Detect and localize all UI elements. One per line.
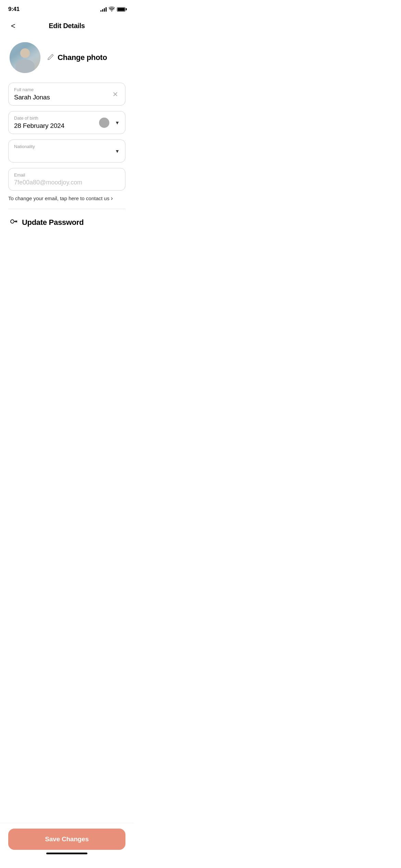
status-icons: [100, 7, 125, 12]
back-button[interactable]: <: [8, 20, 18, 32]
key-icon: [10, 217, 18, 228]
avatar: [10, 42, 40, 73]
nationality-value: [14, 150, 120, 158]
dob-toggle[interactable]: [99, 118, 109, 128]
dob-label: Date of birth: [14, 116, 64, 121]
email-change-link[interactable]: To change your email, tap here to contac…: [0, 191, 134, 202]
nationality-field[interactable]: Nationality ▼: [8, 140, 125, 162]
avatar-section: Change photo: [0, 35, 134, 83]
change-photo-button[interactable]: Change photo: [47, 53, 107, 62]
status-time: 9:41: [8, 6, 20, 13]
battery-icon: [117, 7, 125, 12]
dob-value: 28 February 2024: [14, 122, 64, 130]
status-bar: 9:41: [0, 0, 134, 16]
pencil-icon: [47, 53, 54, 62]
change-photo-label: Change photo: [58, 53, 107, 62]
dob-field[interactable]: Date of birth 28 February 2024 ▼: [8, 111, 125, 134]
update-password-button[interactable]: Update Password: [0, 209, 93, 236]
email-label: Email: [14, 172, 120, 178]
fullname-value: Sarah Jonas: [14, 94, 120, 101]
nationality-label: Nationality: [14, 144, 120, 149]
svg-point-0: [11, 220, 14, 223]
signal-icon: [100, 7, 107, 12]
wifi-icon: [109, 7, 115, 12]
form-section: Full name Sarah Jonas ✕ Date of birth 28…: [0, 83, 134, 191]
dob-dropdown-button[interactable]: ▼: [115, 120, 120, 125]
email-value: 7fe00a80@moodjoy.com: [14, 179, 120, 186]
fullname-field[interactable]: Full name Sarah Jonas ✕: [8, 83, 125, 106]
nationality-dropdown-button[interactable]: ▼: [115, 148, 120, 154]
page-title: Edit Details: [49, 22, 85, 30]
header: < Edit Details: [0, 16, 134, 35]
email-change-text: To change your email, tap here to contac…: [8, 195, 109, 201]
bottom-spacer: [0, 236, 134, 280]
update-password-label: Update Password: [22, 218, 84, 227]
email-change-arrow-icon: ›: [111, 195, 113, 202]
fullname-clear-button[interactable]: ✕: [111, 89, 120, 100]
avatar-image: [10, 42, 40, 73]
fullname-label: Full name: [14, 87, 120, 92]
email-field: Email 7fe00a80@moodjoy.com: [8, 168, 125, 191]
